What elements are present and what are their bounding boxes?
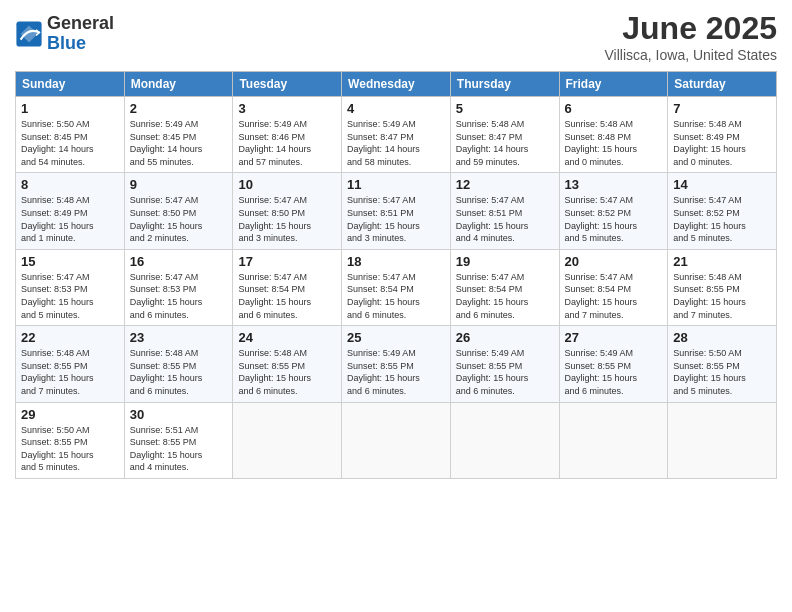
- day-number: 9: [130, 177, 228, 192]
- calendar-cell: 29Sunrise: 5:50 AM Sunset: 8:55 PM Dayli…: [16, 402, 125, 478]
- day-info: Sunrise: 5:47 AM Sunset: 8:52 PM Dayligh…: [673, 194, 771, 244]
- calendar-cell: 10Sunrise: 5:47 AM Sunset: 8:50 PM Dayli…: [233, 173, 342, 249]
- day-number: 19: [456, 254, 554, 269]
- calendar-cell: [559, 402, 668, 478]
- calendar-cell: 14Sunrise: 5:47 AM Sunset: 8:52 PM Dayli…: [668, 173, 777, 249]
- day-info: Sunrise: 5:48 AM Sunset: 8:55 PM Dayligh…: [673, 271, 771, 321]
- calendar-table: SundayMondayTuesdayWednesdayThursdayFrid…: [15, 71, 777, 479]
- day-info: Sunrise: 5:48 AM Sunset: 8:55 PM Dayligh…: [130, 347, 228, 397]
- calendar-cell: 30Sunrise: 5:51 AM Sunset: 8:55 PM Dayli…: [124, 402, 233, 478]
- day-info: Sunrise: 5:48 AM Sunset: 8:55 PM Dayligh…: [238, 347, 336, 397]
- day-info: Sunrise: 5:50 AM Sunset: 8:55 PM Dayligh…: [21, 424, 119, 474]
- calendar-cell: 20Sunrise: 5:47 AM Sunset: 8:54 PM Dayli…: [559, 249, 668, 325]
- day-info: Sunrise: 5:48 AM Sunset: 8:47 PM Dayligh…: [456, 118, 554, 168]
- day-number: 4: [347, 101, 445, 116]
- day-number: 5: [456, 101, 554, 116]
- day-number: 7: [673, 101, 771, 116]
- day-number: 22: [21, 330, 119, 345]
- day-number: 23: [130, 330, 228, 345]
- calendar-cell: 25Sunrise: 5:49 AM Sunset: 8:55 PM Dayli…: [342, 326, 451, 402]
- day-info: Sunrise: 5:50 AM Sunset: 8:55 PM Dayligh…: [673, 347, 771, 397]
- day-number: 24: [238, 330, 336, 345]
- day-number: 26: [456, 330, 554, 345]
- day-info: Sunrise: 5:49 AM Sunset: 8:46 PM Dayligh…: [238, 118, 336, 168]
- calendar-week-row: 29Sunrise: 5:50 AM Sunset: 8:55 PM Dayli…: [16, 402, 777, 478]
- day-number: 27: [565, 330, 663, 345]
- weekday-header-wednesday: Wednesday: [342, 72, 451, 97]
- calendar-cell: 15Sunrise: 5:47 AM Sunset: 8:53 PM Dayli…: [16, 249, 125, 325]
- day-number: 11: [347, 177, 445, 192]
- calendar-cell: 1Sunrise: 5:50 AM Sunset: 8:45 PM Daylig…: [16, 97, 125, 173]
- day-info: Sunrise: 5:48 AM Sunset: 8:48 PM Dayligh…: [565, 118, 663, 168]
- day-number: 14: [673, 177, 771, 192]
- day-number: 20: [565, 254, 663, 269]
- weekday-header-sunday: Sunday: [16, 72, 125, 97]
- day-info: Sunrise: 5:47 AM Sunset: 8:53 PM Dayligh…: [130, 271, 228, 321]
- logo: General Blue: [15, 14, 114, 54]
- calendar-cell: [668, 402, 777, 478]
- day-number: 13: [565, 177, 663, 192]
- location-title: Villisca, Iowa, United States: [605, 47, 778, 63]
- calendar-cell: [233, 402, 342, 478]
- day-number: 21: [673, 254, 771, 269]
- calendar-cell: 23Sunrise: 5:48 AM Sunset: 8:55 PM Dayli…: [124, 326, 233, 402]
- logo-icon: [15, 20, 43, 48]
- day-number: 8: [21, 177, 119, 192]
- day-info: Sunrise: 5:49 AM Sunset: 8:47 PM Dayligh…: [347, 118, 445, 168]
- calendar-cell: 3Sunrise: 5:49 AM Sunset: 8:46 PM Daylig…: [233, 97, 342, 173]
- calendar-cell: 17Sunrise: 5:47 AM Sunset: 8:54 PM Dayli…: [233, 249, 342, 325]
- calendar-cell: 5Sunrise: 5:48 AM Sunset: 8:47 PM Daylig…: [450, 97, 559, 173]
- day-info: Sunrise: 5:47 AM Sunset: 8:50 PM Dayligh…: [238, 194, 336, 244]
- logo-general-text: General: [47, 14, 114, 34]
- calendar-header-row: SundayMondayTuesdayWednesdayThursdayFrid…: [16, 72, 777, 97]
- day-number: 6: [565, 101, 663, 116]
- day-number: 1: [21, 101, 119, 116]
- day-info: Sunrise: 5:48 AM Sunset: 8:49 PM Dayligh…: [21, 194, 119, 244]
- weekday-header-monday: Monday: [124, 72, 233, 97]
- calendar-cell: 13Sunrise: 5:47 AM Sunset: 8:52 PM Dayli…: [559, 173, 668, 249]
- calendar-cell: 9Sunrise: 5:47 AM Sunset: 8:50 PM Daylig…: [124, 173, 233, 249]
- calendar-week-row: 1Sunrise: 5:50 AM Sunset: 8:45 PM Daylig…: [16, 97, 777, 173]
- calendar-cell: 26Sunrise: 5:49 AM Sunset: 8:55 PM Dayli…: [450, 326, 559, 402]
- logo-blue-text: Blue: [47, 34, 114, 54]
- day-info: Sunrise: 5:48 AM Sunset: 8:55 PM Dayligh…: [21, 347, 119, 397]
- calendar-cell: 24Sunrise: 5:48 AM Sunset: 8:55 PM Dayli…: [233, 326, 342, 402]
- day-number: 25: [347, 330, 445, 345]
- weekday-header-saturday: Saturday: [668, 72, 777, 97]
- day-info: Sunrise: 5:47 AM Sunset: 8:54 PM Dayligh…: [238, 271, 336, 321]
- calendar-cell: 7Sunrise: 5:48 AM Sunset: 8:49 PM Daylig…: [668, 97, 777, 173]
- calendar-cell: 6Sunrise: 5:48 AM Sunset: 8:48 PM Daylig…: [559, 97, 668, 173]
- day-info: Sunrise: 5:49 AM Sunset: 8:55 PM Dayligh…: [565, 347, 663, 397]
- day-info: Sunrise: 5:50 AM Sunset: 8:45 PM Dayligh…: [21, 118, 119, 168]
- day-info: Sunrise: 5:47 AM Sunset: 8:54 PM Dayligh…: [347, 271, 445, 321]
- month-title: June 2025: [605, 10, 778, 47]
- day-info: Sunrise: 5:49 AM Sunset: 8:55 PM Dayligh…: [456, 347, 554, 397]
- calendar-cell: 27Sunrise: 5:49 AM Sunset: 8:55 PM Dayli…: [559, 326, 668, 402]
- day-number: 16: [130, 254, 228, 269]
- calendar-cell: 11Sunrise: 5:47 AM Sunset: 8:51 PM Dayli…: [342, 173, 451, 249]
- day-number: 2: [130, 101, 228, 116]
- day-number: 30: [130, 407, 228, 422]
- page-header: General Blue June 2025 Villisca, Iowa, U…: [15, 10, 777, 63]
- day-number: 29: [21, 407, 119, 422]
- calendar-week-row: 8Sunrise: 5:48 AM Sunset: 8:49 PM Daylig…: [16, 173, 777, 249]
- day-info: Sunrise: 5:49 AM Sunset: 8:45 PM Dayligh…: [130, 118, 228, 168]
- day-info: Sunrise: 5:51 AM Sunset: 8:55 PM Dayligh…: [130, 424, 228, 474]
- calendar-week-row: 22Sunrise: 5:48 AM Sunset: 8:55 PM Dayli…: [16, 326, 777, 402]
- calendar-cell: 28Sunrise: 5:50 AM Sunset: 8:55 PM Dayli…: [668, 326, 777, 402]
- day-info: Sunrise: 5:47 AM Sunset: 8:52 PM Dayligh…: [565, 194, 663, 244]
- day-number: 17: [238, 254, 336, 269]
- day-number: 10: [238, 177, 336, 192]
- calendar-cell: 16Sunrise: 5:47 AM Sunset: 8:53 PM Dayli…: [124, 249, 233, 325]
- calendar-week-row: 15Sunrise: 5:47 AM Sunset: 8:53 PM Dayli…: [16, 249, 777, 325]
- day-info: Sunrise: 5:47 AM Sunset: 8:51 PM Dayligh…: [456, 194, 554, 244]
- weekday-header-thursday: Thursday: [450, 72, 559, 97]
- title-area: June 2025 Villisca, Iowa, United States: [605, 10, 778, 63]
- day-info: Sunrise: 5:49 AM Sunset: 8:55 PM Dayligh…: [347, 347, 445, 397]
- calendar-cell: 4Sunrise: 5:49 AM Sunset: 8:47 PM Daylig…: [342, 97, 451, 173]
- day-info: Sunrise: 5:47 AM Sunset: 8:51 PM Dayligh…: [347, 194, 445, 244]
- weekday-header-tuesday: Tuesday: [233, 72, 342, 97]
- day-number: 12: [456, 177, 554, 192]
- day-info: Sunrise: 5:47 AM Sunset: 8:54 PM Dayligh…: [565, 271, 663, 321]
- day-info: Sunrise: 5:47 AM Sunset: 8:53 PM Dayligh…: [21, 271, 119, 321]
